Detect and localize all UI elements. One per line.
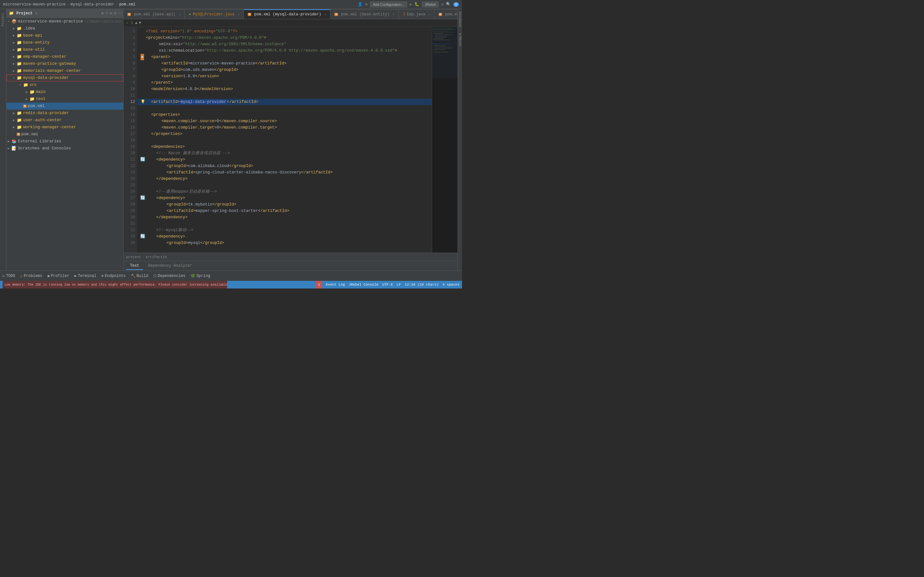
tab-pom-microservice[interactable]: m pom.xml (microservice-maven-practice) …	[435, 9, 457, 19]
status-left: Low memory: The IDE is running low on me…	[3, 281, 313, 288]
nav-down-icon[interactable]: ▼	[139, 21, 141, 25]
locate-icon[interactable]: ⊕	[102, 11, 103, 16]
tab-dependency-analyzer[interactable]: Dependency Analyzer	[144, 262, 196, 270]
breadcrumb-project[interactable]: project	[126, 255, 141, 259]
close-icon[interactable]: ✕	[179, 13, 181, 16]
breadcrumb-item-3[interactable]: pom.xml	[120, 2, 136, 7]
breadcrumb: microservice-maven-practice › mysql-data…	[3, 2, 358, 7]
run-icon[interactable]: ▶	[410, 2, 412, 7]
code-content[interactable]: <?xml version="1.0" encoding="UTF-8"?> <…	[137, 27, 432, 253]
spring-tool[interactable]: 🌿 Spring	[191, 274, 210, 278]
problems-tool[interactable]: ⚠ Problems	[20, 274, 42, 278]
position[interactable]: 12:36 (19 chars)	[405, 283, 439, 287]
reload-icon-3[interactable]: 🔄	[140, 234, 145, 240]
project-tree: ▾ 📦 microservice-maven-practice ~/IdeaPr…	[6, 18, 123, 271]
code-line-7: <groupId>com.sds.maven</groupId>	[137, 67, 432, 73]
debug-icon[interactable]: 🐛	[415, 2, 419, 7]
jrebel-button[interactable]: JRebel	[422, 2, 439, 7]
breadcrumb-artifact[interactable]: artifactId	[145, 255, 167, 259]
tree-item-test[interactable]: ▶ 📁 test	[6, 95, 123, 103]
terminal-tool[interactable]: ▶ Terminal	[74, 274, 96, 278]
encoding[interactable]: UTF-8	[382, 283, 393, 287]
tab-emp-java[interactable]: J Emp.java ✕	[399, 9, 435, 19]
nav-up-icon[interactable]: ▲	[135, 21, 137, 25]
project-dropdown-arrow[interactable]: ▾	[35, 11, 37, 16]
reload-icon[interactable]: 🔄	[140, 156, 145, 163]
tab-text[interactable]: Text	[126, 262, 143, 270]
collapse-icon[interactable]: ≡	[105, 11, 108, 16]
code-line-19: <dependencies>	[137, 143, 432, 150]
tab-pom-base-entity[interactable]: m pom.xml (base-entity) ✕	[330, 9, 399, 19]
ln-28: 28	[125, 201, 135, 208]
search-icon[interactable]: 🔍	[446, 2, 451, 7]
close-icon[interactable]: ✕	[393, 13, 395, 16]
close-panel-icon[interactable]: —	[118, 11, 121, 16]
add-configuration-button[interactable]: Add Configuration...	[370, 2, 407, 7]
warning-count[interactable]: 1	[316, 281, 322, 288]
breadcrumb-item-1[interactable]: microservice-maven-practice	[3, 2, 65, 7]
spaces[interactable]: 4 spaces	[443, 283, 459, 287]
tab-pom-base-api[interactable]: m pom.xml (base-api) ✕	[124, 9, 185, 19]
tree-item-src[interactable]: ▾ 📁 src	[6, 81, 123, 89]
bulb-icon[interactable]: 💡	[141, 99, 145, 105]
expand-arrow: ▶	[13, 62, 17, 66]
tree-item-pom-xml[interactable]: ▶ m pom.xml	[6, 103, 123, 110]
tab-pom-mysql[interactable]: m pom.xml (mysql-data-provider) ✕	[244, 9, 330, 19]
tree-item-scratches[interactable]: ▶ 📝 Scratches and Consoles	[6, 145, 123, 152]
close-icon[interactable]: ✕	[325, 13, 326, 16]
tree-item-redis[interactable]: ▶ 📁 redis-data-provider	[6, 110, 123, 117]
close-icon[interactable]: ✕	[429, 13, 431, 16]
dependencies-icon: ⬡	[153, 274, 157, 278]
expand-arrow: ▶	[26, 90, 29, 94]
endpoints-tool[interactable]: ⊕ Endpoints	[102, 274, 126, 278]
user-icon[interactable]: 👤	[358, 2, 363, 7]
maven-label[interactable]: Maven	[458, 37, 462, 46]
translate-icon[interactable]: ⇄	[441, 2, 443, 7]
tree-item-working[interactable]: ▶ 📁 working-manager-center	[6, 124, 123, 131]
tree-item-main[interactable]: ▶ 📁 main	[6, 89, 123, 95]
tree-item-root[interactable]: ▾ 📦 microservice-maven-practice ~/IdeaPr…	[6, 18, 123, 25]
user-avatar[interactable]: U	[453, 2, 459, 7]
build-tool[interactable]: 🔨 Build	[131, 274, 148, 278]
database-label[interactable]: Database	[458, 11, 462, 27]
dependencies-tool[interactable]: ⬡ Dependencies	[153, 274, 186, 278]
tree-item-ext-libs[interactable]: ▶ 📚 External Libraries	[6, 138, 123, 145]
code-line-1: <?xml version="1.0" encoding="UTF-8"?>	[137, 28, 432, 35]
todo-tool[interactable]: ☑ TODO	[3, 274, 15, 278]
settings-icon[interactable]: ⚙	[114, 11, 116, 16]
test-icon: 📁	[29, 97, 35, 102]
tree-item-mysql-provider[interactable]: ▾ 📁 mysql-data-provider	[6, 74, 123, 81]
profiler-tool[interactable]: ◉ Profiler	[47, 274, 69, 278]
reload-icon-2[interactable]: 🔄	[140, 195, 145, 201]
event-log[interactable]: Event Log	[326, 283, 345, 287]
code-line-32: <!--mysql驱动-->	[137, 227, 432, 234]
tree-item-base-util[interactable]: ▶ 📁 base-util	[6, 46, 123, 53]
memory-warning[interactable]: Low memory: The IDE is running low on me…	[3, 281, 227, 288]
breadcrumb-item-2[interactable]: mysql-data-provider	[71, 2, 115, 7]
close-icon[interactable]: ✕	[238, 13, 240, 16]
code-line-15: <maven.compiler.source>8</maven.compiler…	[137, 118, 432, 124]
code-line-30: </dependency>	[137, 214, 432, 221]
tab-mysql-provider-java[interactable]: ● MySQLProvider.java ✕	[185, 9, 244, 19]
tree-item-memorials[interactable]: ▶ 📁 memorials-manager-center	[6, 67, 123, 74]
tree-item-idea[interactable]: ▶ 📁 .idea	[6, 25, 123, 32]
code-line-6: <artifactId>microservice-maven-practice<…	[137, 60, 432, 67]
line-sep[interactable]: LF	[397, 283, 401, 287]
tree-item-user-auth[interactable]: ▶ 📁 user-auth-center	[6, 117, 123, 124]
project-strip-label[interactable]: Project	[1, 13, 5, 26]
expand-arrow: ▶	[13, 48, 17, 52]
jrebel-console[interactable]: JRebel Console	[349, 283, 378, 287]
tree-item-base-entity[interactable]: ▶ 📁 base-entity	[6, 39, 123, 46]
tree-item-pom-root[interactable]: ▶ m pom.xml	[6, 131, 123, 138]
settings-icon[interactable]: ⚙	[365, 2, 367, 7]
filter-icon[interactable]: ⚙	[110, 11, 112, 16]
scratches-icon: 📝	[11, 146, 17, 151]
minimap[interactable]	[432, 27, 457, 253]
nav-buttons: ▲ ▼	[135, 21, 142, 25]
maven-m-label[interactable]: m	[458, 33, 462, 35]
tree-item-gateway[interactable]: ▶ 📁 maven-practice-gateway	[6, 60, 123, 67]
tree-item-emp-manager[interactable]: ▶ 📁 emp-manager-center	[6, 53, 123, 60]
tree-item-base-api[interactable]: ▶ 📁 base-api	[6, 32, 123, 39]
title-bar: microservice-maven-practice › mysql-data…	[0, 0, 462, 9]
gateway-icon: 📁	[17, 61, 22, 66]
